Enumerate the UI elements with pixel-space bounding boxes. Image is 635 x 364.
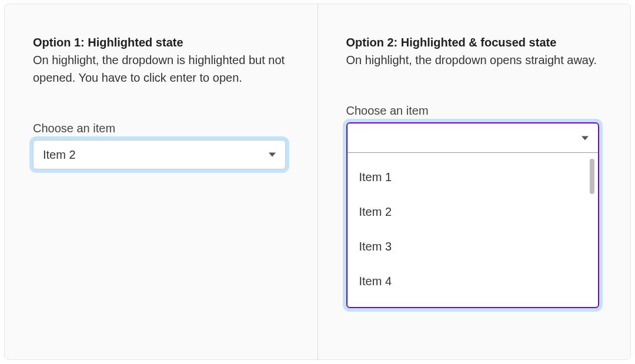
comparison-container: Option 1: Highlighted state On highlight… bbox=[4, 4, 631, 360]
dropdown-2-label: Choose an item bbox=[346, 104, 603, 118]
dropdown-option[interactable]: Item 1 bbox=[347, 160, 598, 195]
caret-down-icon bbox=[269, 153, 276, 157]
dropdown-highlighted[interactable]: Item 2 bbox=[33, 140, 286, 169]
option-2-description: On highlight, the dropdown opens straigh… bbox=[346, 54, 597, 66]
option-1-title: Option 1: Highlighted state bbox=[33, 36, 183, 49]
dropdown-options-list: Item 1 Item 2 Item 3 Item 4 bbox=[347, 153, 598, 307]
scrollbar-thumb[interactable] bbox=[590, 159, 594, 194]
option-1-heading: Option 1: Highlighted state On highlight… bbox=[33, 34, 289, 86]
dropdown-1-label: Choose an item bbox=[33, 122, 289, 135]
dropdown-option[interactable]: Item 3 bbox=[347, 229, 598, 264]
panel-option-2: Option 2: Highlighted & focused state On… bbox=[318, 4, 631, 359]
caret-down-icon bbox=[581, 136, 589, 140]
dropdown-option[interactable]: Item 2 bbox=[347, 195, 598, 229]
option-1-description: On highlight, the dropdown is highlighte… bbox=[33, 54, 285, 84]
option-2-title: Option 2: Highlighted & focused state bbox=[346, 36, 557, 49]
panel-option-1: Option 1: Highlighted state On highlight… bbox=[5, 4, 318, 359]
dropdown-option[interactable]: Item 4 bbox=[347, 264, 598, 299]
dropdown-open-wrapper: Item 1 Item 2 Item 3 Item 4 bbox=[346, 122, 599, 308]
dropdown-open[interactable]: Item 1 Item 2 Item 3 Item 4 bbox=[346, 122, 599, 308]
dropdown-1-selected-value: Item 2 bbox=[43, 148, 76, 162]
dropdown-open-header[interactable] bbox=[347, 123, 598, 153]
option-2-heading: Option 2: Highlighted & focused state On… bbox=[346, 34, 603, 69]
